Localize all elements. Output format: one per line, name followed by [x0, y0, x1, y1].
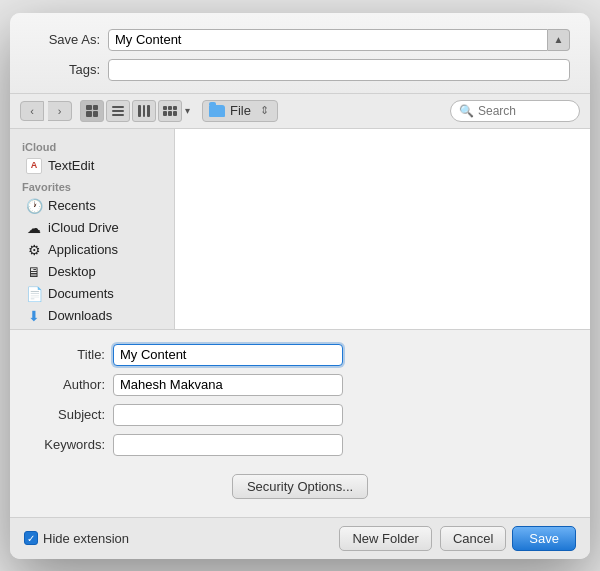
folder-chevrons-icon: ⇕: [260, 104, 269, 117]
save-as-input[interactable]: [108, 29, 548, 51]
applications-icon: ⚙: [26, 242, 42, 258]
chevron-up-icon[interactable]: ▲: [548, 29, 570, 51]
sidebar-item-downloads[interactable]: ⬇ Downloads: [14, 305, 170, 327]
sidebar-item-applications[interactable]: ⚙ Applications: [14, 239, 170, 261]
toolbar: ‹ ›: [10, 94, 590, 129]
view-buttons: ▾: [80, 100, 190, 122]
textedit-icon: A: [26, 158, 42, 174]
desktop-label: Desktop: [48, 264, 96, 279]
documents-icon: 📄: [26, 286, 42, 302]
tags-input[interactable]: [108, 59, 570, 81]
file-content-area: [175, 129, 590, 329]
folder-selector: File ⇕: [202, 100, 446, 122]
gallery-view-icon: [163, 106, 177, 116]
hide-extension-label: Hide extension: [43, 531, 129, 546]
forward-button[interactable]: ›: [48, 101, 72, 121]
hide-extension-checkbox[interactable]: ✓: [24, 531, 38, 545]
recents-icon: 🕐: [26, 198, 42, 214]
recents-label: Recents: [48, 198, 96, 213]
main-area: iCloud A TextEdit Favorites 🕐 Recents ☁ …: [10, 129, 590, 329]
gallery-view-button[interactable]: [158, 100, 182, 122]
icloud-drive-icon: ☁: [26, 220, 42, 236]
bottom-bar: ✓ Hide extension New Folder Cancel Save: [10, 517, 590, 559]
new-folder-button[interactable]: New Folder: [339, 526, 431, 551]
subject-row: Subject:: [30, 404, 570, 426]
downloads-icon: ⬇: [26, 308, 42, 324]
column-view-button[interactable]: [132, 100, 156, 122]
title-input[interactable]: [113, 344, 343, 366]
sidebar-item-documents[interactable]: 📄 Documents: [14, 283, 170, 305]
author-input[interactable]: [113, 374, 343, 396]
column-view-icon: [138, 105, 150, 117]
documents-label: Documents: [48, 286, 114, 301]
downloads-label: Downloads: [48, 308, 112, 323]
cancel-button[interactable]: Cancel: [440, 526, 506, 551]
grid-view-icon: [86, 105, 98, 117]
security-options-button[interactable]: Security Options...: [232, 474, 368, 499]
search-box: 🔍: [450, 100, 580, 122]
sidebar-item-icloud-drive[interactable]: ☁ iCloud Drive: [14, 217, 170, 239]
metadata-section: Title: Author: Subject: Keywords: Securi…: [10, 329, 590, 517]
save-as-input-wrapper: ▲: [108, 29, 570, 51]
search-input[interactable]: [478, 104, 568, 118]
security-btn-wrapper: Security Options...: [30, 464, 570, 499]
devices-section-label: Devices: [10, 327, 174, 329]
save-button[interactable]: Save: [512, 526, 576, 551]
subject-input[interactable]: [113, 404, 343, 426]
title-row: Title:: [30, 344, 570, 366]
favorites-section-label: Favorites: [10, 177, 174, 195]
hide-extension-checkbox-label[interactable]: ✓ Hide extension: [24, 531, 129, 546]
author-label: Author:: [30, 377, 105, 392]
top-section: Save As: ▲ Tags:: [10, 13, 590, 94]
tags-row: Tags:: [30, 59, 570, 81]
icloud-drive-label: iCloud Drive: [48, 220, 119, 235]
subject-label: Subject:: [30, 407, 105, 422]
sidebar: iCloud A TextEdit Favorites 🕐 Recents ☁ …: [10, 129, 175, 329]
desktop-icon: 🖥: [26, 264, 42, 280]
keywords-input[interactable]: [113, 434, 343, 456]
folder-name-label: File: [230, 103, 251, 118]
save-dialog: Save As: ▲ Tags: ‹ ›: [10, 13, 590, 559]
save-as-row: Save As: ▲: [30, 29, 570, 51]
folder-button[interactable]: File ⇕: [202, 100, 278, 122]
list-view-icon: [112, 106, 124, 116]
icloud-section-label: iCloud: [10, 137, 174, 155]
title-label: Title:: [30, 347, 105, 362]
keywords-label: Keywords:: [30, 437, 105, 452]
applications-label: Applications: [48, 242, 118, 257]
sidebar-item-textedit[interactable]: A TextEdit: [14, 155, 170, 177]
back-button[interactable]: ‹: [20, 101, 44, 121]
author-row: Author:: [30, 374, 570, 396]
tags-label: Tags:: [30, 62, 100, 77]
keywords-row: Keywords:: [30, 434, 570, 456]
save-as-label: Save As:: [30, 32, 100, 47]
list-view-button[interactable]: [106, 100, 130, 122]
sidebar-item-desktop[interactable]: 🖥 Desktop: [14, 261, 170, 283]
search-icon: 🔍: [459, 104, 474, 118]
textedit-label: TextEdit: [48, 158, 94, 173]
icon-view-button[interactable]: [80, 100, 104, 122]
folder-icon: [209, 105, 225, 117]
view-options-chevron[interactable]: ▾: [185, 105, 190, 116]
sidebar-item-recents[interactable]: 🕐 Recents: [14, 195, 170, 217]
